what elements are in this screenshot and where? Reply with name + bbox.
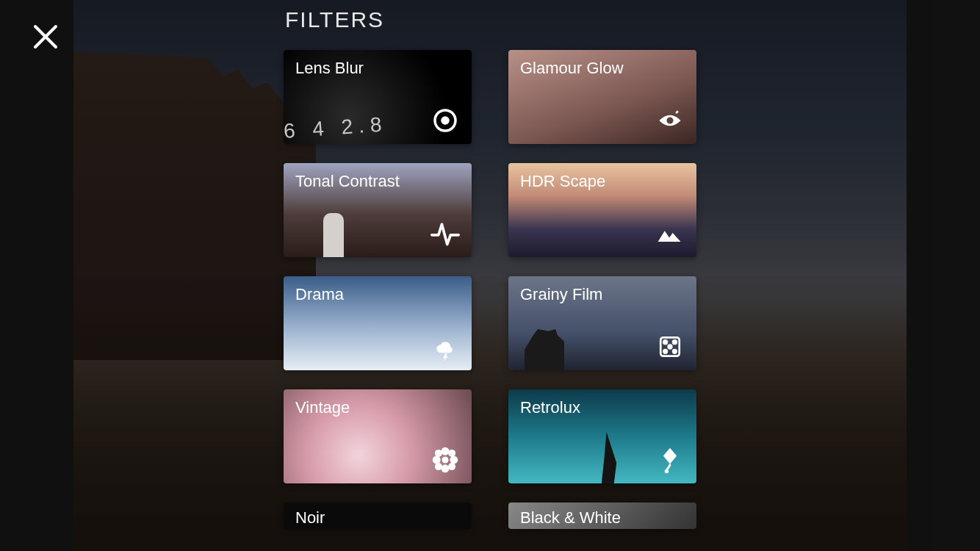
filters-panel: FILTERS Lens Blur Glamour Glow Tonal Con… [284,0,710,551]
flower-icon [429,444,461,476]
filter-card-grainy-film[interactable]: Grainy Film [508,276,696,370]
card-label: Grainy Film [520,285,602,304]
close-icon [31,41,60,54]
storm-icon [429,331,461,363]
svg-point-14 [450,456,458,464]
filter-card-black-white[interactable]: Black & White [508,503,696,529]
svg-point-13 [433,456,441,464]
svg-point-9 [673,350,677,353]
svg-point-8 [663,350,667,353]
panel-title: FILTERS [284,0,710,50]
svg-point-12 [442,464,450,472]
svg-point-11 [442,447,450,455]
card-label: Noir [295,508,325,527]
filter-card-tonal-contrast[interactable]: Tonal Contrast [284,163,472,257]
svg-point-18 [448,463,455,470]
filter-card-hdr-scape[interactable]: HDR Scape [508,163,696,257]
svg-point-16 [448,450,455,457]
filter-card-glamour-glow[interactable]: Glamour Glow [508,50,696,144]
dice-icon [654,331,686,363]
card-label: Retrolux [520,398,580,417]
filter-card-vintage[interactable]: Vintage [284,389,472,483]
filter-card-drama[interactable]: Drama [284,276,472,370]
svg-point-10 [442,456,448,463]
mountains-icon [654,217,686,250]
card-label: Glamour Glow [520,59,624,78]
kite-icon [654,444,686,476]
eye-icon [654,104,686,137]
card-label: Lens Blur [295,59,364,78]
filter-card-retrolux[interactable]: Retrolux [508,389,696,483]
app-window: FILTERS Lens Blur Glamour Glow Tonal Con… [0,0,980,551]
card-label: Vintage [295,398,350,417]
card-label: Black & White [520,508,621,527]
card-label: Drama [295,285,344,304]
svg-point-5 [663,340,667,344]
svg-point-7 [669,345,672,349]
svg-point-15 [435,450,442,457]
card-label: Tonal Contrast [295,172,400,191]
svg-point-6 [673,340,677,344]
close-button[interactable] [31,22,60,51]
svg-point-17 [435,463,442,470]
filter-card-noir[interactable]: Noir [284,503,472,529]
filters-grid: Lens Blur Glamour Glow Tonal Contrast [284,50,710,529]
svg-point-3 [442,118,448,123]
card-label: HDR Scape [520,172,605,191]
target-icon [429,104,461,137]
svg-point-19 [665,469,669,473]
filter-card-lens-blur[interactable]: Lens Blur [284,50,472,144]
pulse-icon [429,217,461,250]
